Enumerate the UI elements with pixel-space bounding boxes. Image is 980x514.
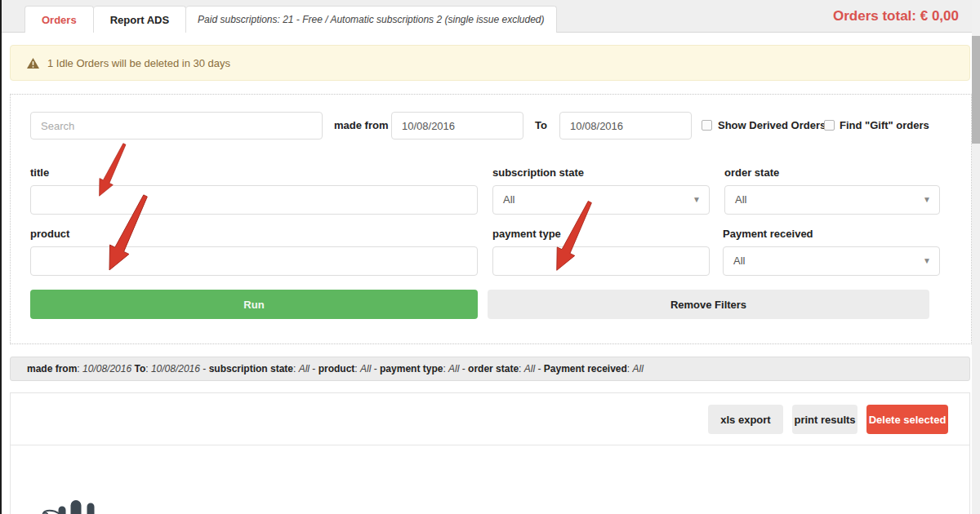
window-left-edge xyxy=(0,0,2,514)
results-toolbar: xls export print results Delete selected xyxy=(11,393,969,445)
tab-orders[interactable]: Orders xyxy=(24,6,94,33)
delete-selected-button[interactable]: Delete selected xyxy=(866,405,948,434)
to-label: To xyxy=(535,112,547,140)
chevron-down-icon: ▼ xyxy=(923,247,931,275)
order-state-select[interactable]: All ▼ xyxy=(724,185,940,215)
cactus-icon xyxy=(32,498,138,514)
red-arrow-icon xyxy=(542,198,604,273)
filter-summary-text: made from: 10/08/2016 To: 10/08/2016 - s… xyxy=(27,363,644,374)
red-arrow-icon xyxy=(101,192,154,273)
payment-received-select[interactable]: All ▼ xyxy=(723,246,940,276)
scrollbar-thumb[interactable] xyxy=(972,36,980,144)
product-input[interactable] xyxy=(30,246,478,276)
search-input[interactable] xyxy=(30,112,323,140)
empty-state: There are no orders xyxy=(11,445,969,514)
orders-admin-page: Orders Report ADS Paid subscriptions: 21… xyxy=(0,0,980,514)
product-label: product xyxy=(30,228,69,240)
warning-triangle-icon xyxy=(27,58,39,69)
find-gift-label: Find "Gift" orders xyxy=(840,112,929,140)
to-input[interactable] xyxy=(559,112,692,140)
made-from-label: made from xyxy=(334,112,388,140)
remove-filters-button[interactable]: Remove Filters xyxy=(488,290,929,319)
payment-received-label: Payment received xyxy=(723,228,813,240)
tab-subscriptions-info: Paid subscriptions: 21 - Free / Automati… xyxy=(186,6,556,33)
xls-export-button[interactable]: xls export xyxy=(708,405,783,434)
filter-summary: made from: 10/08/2016 To: 10/08/2016 - s… xyxy=(10,357,970,381)
results-panel: xls export print results Delete selected xyxy=(10,392,970,514)
payment-received-value: All xyxy=(733,255,745,267)
title-label: title xyxy=(30,166,49,179)
order-state-label: order state xyxy=(724,166,779,179)
made-from-input[interactable] xyxy=(391,112,523,140)
tab-report-ads[interactable]: Report ADS xyxy=(94,6,186,33)
run-button[interactable]: Run xyxy=(30,290,478,319)
chevron-down-icon: ▼ xyxy=(693,186,701,214)
chevron-down-icon: ▼ xyxy=(923,186,931,214)
orders-total: Orders total: € 0,00 xyxy=(833,0,959,32)
print-results-button[interactable]: print results xyxy=(792,405,858,434)
subscription-state-value: All xyxy=(503,193,514,206)
subscription-state-label: subscription state xyxy=(492,166,584,179)
show-derived-checkbox[interactable] xyxy=(702,120,712,131)
warning-text: 1 Idle Orders will be deleted in 30 days xyxy=(47,57,230,69)
tab-bar: Orders Report ADS Paid subscriptions: 21… xyxy=(0,0,972,33)
order-state-value: All xyxy=(735,193,746,206)
find-gift-checkbox[interactable] xyxy=(824,120,835,131)
scrollbar[interactable] xyxy=(972,0,980,514)
show-derived-label: Show Derived Orders xyxy=(718,112,826,140)
filter-panel: made from To Show Derived Orders Find "G… xyxy=(10,94,972,344)
warning-banner: 1 Idle Orders will be deleted in 30 days xyxy=(10,45,970,81)
